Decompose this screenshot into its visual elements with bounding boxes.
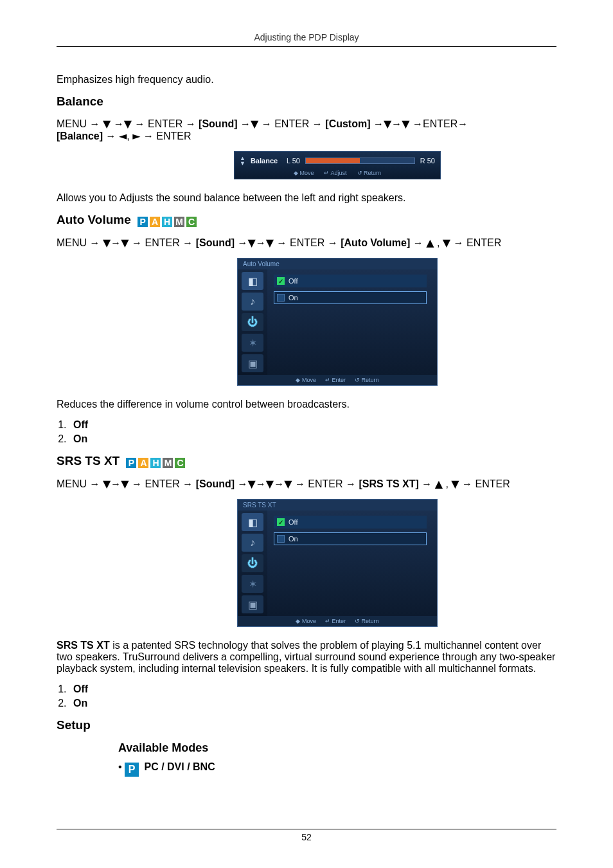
- osd-balance-label: Balance: [251, 157, 281, 165]
- osd-icon-picture: ◧: [242, 513, 263, 531]
- mode-c-icon: C: [174, 457, 186, 469]
- srs-menu-path: MENU → ▼→▼ → ENTER → [Sound] →▼→▼→▼ → EN…: [57, 478, 556, 490]
- heading-srs-ts-xt: SRS TS XT P A H M C: [57, 454, 556, 469]
- osd-hint-move: ◆ Move: [294, 170, 314, 176]
- osd-option-on: On: [274, 291, 427, 304]
- mode-m-icon: M: [162, 457, 173, 469]
- osd-hint-adjust: ↵ Adjust: [324, 170, 346, 176]
- list-item: P PC / DVI / BNC: [118, 761, 556, 777]
- osd-hint-move: ◆ Move: [296, 618, 316, 624]
- autovolume-menu-path: MENU → ▼→▼ → ENTER → [Sound] →▼→▼ → ENTE…: [57, 237, 556, 249]
- osd-hint-return: ↺ Return: [355, 618, 379, 624]
- srs-options-list: Off On: [57, 683, 556, 709]
- prev-section-text: Emphasizes high frequency audio.: [57, 74, 556, 86]
- osd-hint-move: ◆ Move: [296, 377, 316, 383]
- heading-auto-volume: Auto Volume P A H M C: [57, 213, 556, 228]
- osd-auto-volume-panel: Auto Volume ◧ ♪ ⏻ ✶ ▣ ✓ Off On: [237, 258, 438, 386]
- osd-option-off: ✓ Off: [274, 516, 427, 529]
- osd-icon-input: ▣: [242, 595, 263, 613]
- mode-a-icon: A: [138, 457, 149, 469]
- heading-setup: Setup: [57, 718, 556, 732]
- osd-icon-picture: ◧: [242, 272, 263, 290]
- osd-option-off: ✓ Off: [274, 275, 427, 287]
- osd-balance-right-value: R 50: [420, 157, 435, 165]
- osd-icon-input: ▣: [242, 354, 263, 372]
- mode-a-icon: A: [149, 216, 161, 228]
- page-number: 52: [57, 829, 556, 842]
- balance-desc: Allows you to Adjusts the sound balance …: [57, 192, 556, 204]
- list-item: Off: [69, 683, 556, 695]
- checkbox-icon: [277, 535, 285, 543]
- osd-hint-return: ↺ Return: [355, 377, 379, 383]
- checkbox-icon: [277, 294, 285, 302]
- check-icon: ✓: [277, 518, 285, 526]
- mode-p-icon: P: [137, 216, 148, 228]
- osd-panel-title: SRS TS XT: [238, 500, 437, 511]
- osd-srs-panel: SRS TS XT ◧ ♪ ⏻ ✶ ▣ ✓ Off On: [237, 499, 438, 627]
- check-icon: ✓: [277, 277, 285, 285]
- mode-p-icon: P: [125, 763, 139, 777]
- heading-available-modes: Available Modes: [118, 741, 556, 755]
- srs-desc: SRS TS XT is a patented SRS technology t…: [57, 640, 556, 674]
- available-modes-list: P PC / DVI / BNC: [118, 761, 556, 777]
- list-item: On: [69, 698, 556, 709]
- osd-panel-title: Auto Volume: [238, 258, 437, 269]
- mode-p-icon: P: [125, 457, 137, 469]
- osd-icon-sound: ♪: [242, 534, 263, 552]
- osd-option-on: On: [274, 532, 427, 545]
- osd-icon-sound: ♪: [242, 293, 263, 311]
- osd-icon-settings: ✶: [242, 334, 263, 352]
- mode-h-icon: H: [150, 457, 161, 469]
- osd-icon-power: ⏻: [242, 554, 263, 572]
- heading-balance: Balance: [57, 95, 556, 109]
- autovolume-options-list: Off On: [57, 419, 556, 445]
- osd-balance-bar: [305, 158, 415, 164]
- list-item: Off: [69, 419, 556, 431]
- osd-icon-power: ⏻: [242, 313, 263, 331]
- mode-h-icon: H: [161, 216, 173, 228]
- mode-badges: P A H M C: [125, 457, 186, 469]
- mode-c-icon: C: [186, 216, 197, 228]
- running-header: Adjusting the PDP Display: [57, 32, 556, 47]
- osd-balance-panel: ▲▼ Balance L 50 R 50 ◆ Move ↵ Adjust ↺ R…: [234, 151, 441, 179]
- mode-m-icon: M: [173, 216, 185, 228]
- list-item: On: [69, 433, 556, 445]
- osd-balance-left-value: L 50: [287, 157, 300, 165]
- osd-hint-enter: ↵ Enter: [325, 618, 346, 624]
- osd-hint-enter: ↵ Enter: [325, 377, 346, 383]
- mode-badges: P A H M C: [137, 216, 197, 228]
- autovolume-desc: Reduces the difference in volume control…: [57, 399, 556, 410]
- osd-hint-return: ↺ Return: [357, 170, 382, 176]
- balance-menu-path: MENU → ▼ →▼ → ENTER → [Sound] →▼ → ENTER…: [57, 118, 556, 142]
- osd-icon-settings: ✶: [242, 575, 263, 593]
- chevron-down-icon: ▼: [240, 161, 245, 166]
